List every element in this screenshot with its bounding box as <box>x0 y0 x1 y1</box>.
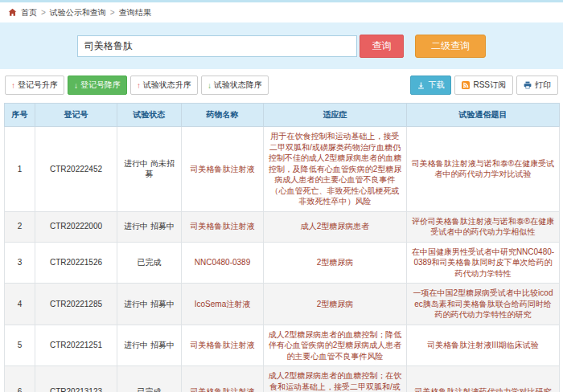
sort-status-asc-button[interactable]: ↑ 试验状态升序 <box>130 76 198 95</box>
cell-drug-name: IcoSema注射液 <box>182 284 264 325</box>
cell-trial-title: 司美格鲁肽注射液药代动力学对比研究 <box>407 366 560 392</box>
cell-no: 5 <box>5 325 35 366</box>
header-trial-status: 试验状态 <box>117 104 182 127</box>
search-input[interactable] <box>77 35 357 57</box>
cell-indication: 2型糖尿病 <box>264 284 407 325</box>
cell-drug-name: 司美格鲁肽注射液 <box>182 211 264 242</box>
table-row[interactable]: 3CTR20221526已完成NNC0480-03892型糖尿病在中国健康男性受… <box>5 242 560 284</box>
search-band: 查询 二级查询 <box>0 22 563 69</box>
breadcrumb: 首页 > 试验公示和查询 > 查询结果 <box>0 2 563 22</box>
cell-drug-name: 司美格鲁肽注射液 <box>182 325 264 366</box>
table-row[interactable]: 1CTR20222452进行中 尚未招募司美格鲁肽注射液用于在饮食控制和运动基础… <box>5 127 560 212</box>
cell-no: 1 <box>5 127 35 212</box>
cell-drug-name: NNC0480-0389 <box>182 242 264 284</box>
header-indication: 适应症 <box>264 104 407 127</box>
cell-indication: 2型糖尿病 <box>264 242 407 284</box>
cell-registration-number: CTR20221251 <box>35 325 117 366</box>
cell-indication: 成人2型糖尿病患者 <box>264 211 407 242</box>
cell-trial-title: 在中国健康男性受试者中研究NNC0480-0389和司美格鲁肽同时皮下单次给药的… <box>407 242 560 284</box>
cell-registration-number: CTR20221285 <box>35 284 117 325</box>
arrow-up-icon: ↑ <box>137 81 141 90</box>
cell-registration-number: CTR20221526 <box>35 242 117 284</box>
sort-status-desc-button[interactable]: ↓ 试验状态降序 <box>201 76 269 95</box>
table-header-row: 序号 登记号 试验状态 药物名称 适应症 试验通俗题目 <box>5 104 560 127</box>
cell-drug-name: 司美格鲁肽注射液 <box>182 127 264 212</box>
sort-regno-asc-button[interactable]: ↑ 登记号升序 <box>5 76 64 95</box>
arrow-down-icon: ↓ <box>208 81 212 90</box>
rss-button[interactable]: RSS订阅 <box>454 76 513 95</box>
search-group: 查询 二级查询 <box>77 35 486 58</box>
cell-trial-title: 评价司美格鲁肽注射液与诺和泰®在健康受试者中的药代动力学相似性 <box>407 211 560 242</box>
cell-indication: 成人2型糖尿病患者的血糖控制；在饮食和运动基础上，接受二甲双胍和/或磺脲类药物治… <box>264 366 407 392</box>
breadcrumb-separator: > <box>110 8 115 17</box>
breadcrumb-separator: > <box>41 8 46 17</box>
table-row[interactable]: 4CTR20221285进行中 招募中IcoSema注射液2型糖尿病一项在中国2… <box>5 284 560 325</box>
rss-label: RSS订阅 <box>473 80 506 91</box>
breadcrumb-query-section[interactable]: 试验公示和查询 <box>50 7 106 18</box>
download-button[interactable]: 下载 <box>410 76 451 95</box>
cell-trial-status: 进行中 招募中 <box>117 211 182 242</box>
download-icon <box>417 82 425 89</box>
cell-indication: 用于在饮食控制和运动基础上，接受二甲双胍和/或磺脲类药物治疗血糖仍控制不佳的成人… <box>264 127 407 212</box>
results-table-body: 1CTR20222452进行中 尚未招募司美格鲁肽注射液用于在饮食控制和运动基础… <box>5 127 560 392</box>
cell-trial-status: 已完成 <box>117 366 182 392</box>
cell-indication: 成人2型糖尿病患者的血糖控制；降低伴有心血管疾病的2型糖尿病成人患者的主要心血管… <box>264 325 407 366</box>
results-table: 序号 登记号 试验状态 药物名称 适应症 试验通俗题目 1CTR20222452… <box>4 103 560 392</box>
cell-no: 6 <box>5 366 35 392</box>
sort-button-group: ↑ 登记号升序 ↓ 登记号降序 ↑ 试验状态升序 ↓ 试验状态降序 <box>5 76 272 95</box>
home-icon <box>8 8 17 17</box>
header-trial-title: 试验通俗题目 <box>407 104 560 127</box>
table-row[interactable]: 2CTR20222000进行中 招募中司美格鲁肽注射液成人2型糖尿病患者评价司美… <box>5 211 560 242</box>
cell-trial-status: 进行中 招募中 <box>117 325 182 366</box>
arrow-down-icon: ↓ <box>74 81 78 90</box>
cell-trial-status: 进行中 招募中 <box>117 284 182 325</box>
table-row[interactable]: 5CTR20221251进行中 招募中司美格鲁肽注射液成人2型糖尿病患者的血糖控… <box>5 325 560 366</box>
toolbar: ↑ 登记号升序 ↓ 登记号降序 ↑ 试验状态升序 ↓ 试验状态降序 下载 RSS… <box>0 69 563 100</box>
cell-drug-name: 司美格鲁肽注射液 <box>182 366 264 392</box>
sort-regno-desc-button[interactable]: ↓ 登记号降序 <box>68 76 127 95</box>
cell-no: 2 <box>5 211 35 242</box>
cell-trial-status: 进行中 尚未招募 <box>117 127 182 212</box>
download-label: 下载 <box>428 80 444 91</box>
query-button[interactable]: 查询 <box>360 35 404 58</box>
breadcrumb-home[interactable]: 首页 <box>21 7 37 18</box>
table-row[interactable]: 6CTR20213123已完成司美格鲁肽注射液成人2型糖尿病患者的血糖控制；在饮… <box>5 366 560 392</box>
header-drug-name: 药物名称 <box>182 104 264 127</box>
sort-button-label: 试验状态降序 <box>214 80 262 91</box>
cell-registration-number: CTR20213123 <box>35 366 117 392</box>
cell-trial-title: 一项在中国2型糖尿病受试者中比较icodec胰岛素和司美格鲁肽联合给药同时给药的… <box>407 284 560 325</box>
rss-icon <box>462 81 470 89</box>
cell-no: 4 <box>5 284 35 325</box>
cell-no: 3 <box>5 242 35 284</box>
cell-trial-title: 司美格鲁肽注射液III期临床试验 <box>407 325 560 366</box>
cell-registration-number: CTR20222452 <box>35 127 117 212</box>
printer-icon <box>524 81 532 89</box>
arrow-up-icon: ↑ <box>11 81 15 90</box>
cell-trial-status: 已完成 <box>117 242 182 284</box>
secondary-query-button[interactable]: 二级查询 <box>415 35 486 58</box>
header-no: 序号 <box>5 104 35 127</box>
sort-button-label: 登记号降序 <box>80 80 121 91</box>
cell-trial-title: 司美格鲁肽注射液与诺和泰®在健康受试者中的药代动力学对比试验 <box>407 127 560 212</box>
print-button[interactable]: 打印 <box>516 76 558 95</box>
print-label: 打印 <box>535 80 551 91</box>
header-registration-number: 登记号 <box>35 104 117 127</box>
sort-button-label: 试验状态升序 <box>143 80 191 91</box>
action-button-group: 下载 RSS订阅 打印 <box>407 76 558 95</box>
breadcrumb-current: 查询结果 <box>119 7 151 18</box>
cell-registration-number: CTR20222000 <box>35 211 117 242</box>
sort-button-label: 登记号升序 <box>18 80 58 91</box>
